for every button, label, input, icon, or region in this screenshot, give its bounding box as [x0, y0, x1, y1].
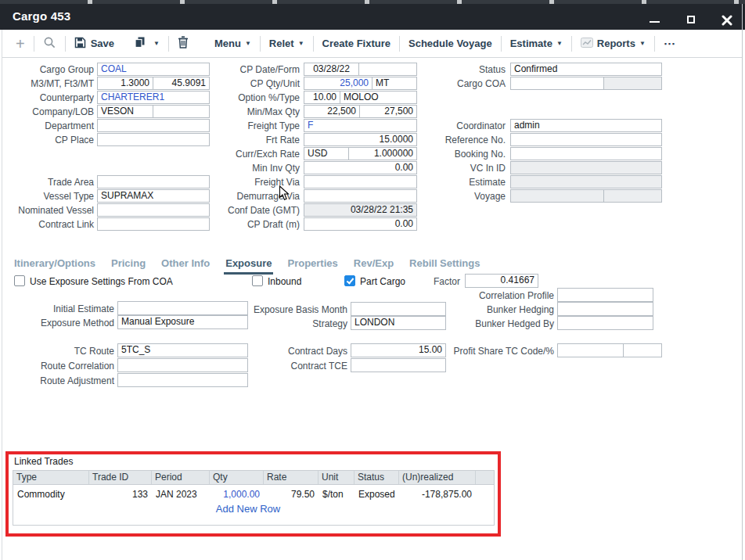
cp-place-field[interactable]	[97, 133, 210, 146]
inbound-checkbox[interactable]	[252, 275, 263, 286]
bunker-hedging-field[interactable]	[557, 302, 653, 316]
column-header-qty[interactable]: Qty	[210, 471, 264, 484]
department-field[interactable]	[97, 119, 210, 132]
column-header-period[interactable]: Period	[152, 471, 210, 484]
company-field[interactable]: VESON	[97, 105, 153, 118]
toolbar-separator	[168, 36, 169, 52]
cargo-coa-field-1[interactable]	[510, 77, 604, 90]
company-lob-label: Company/LOB	[8, 106, 94, 118]
demurrage-via-field[interactable]	[304, 189, 417, 203]
window-right-border	[742, 4, 743, 560]
exposure-basis-month-field[interactable]	[351, 302, 446, 316]
cell-qty-link[interactable]: 1,000.00	[210, 489, 264, 501]
vc-in-id-field	[510, 161, 662, 174]
exposure-method-field[interactable]: Manual Exposure	[117, 315, 248, 329]
minimize-icon[interactable]	[650, 21, 660, 23]
coordinator-field[interactable]: admin	[510, 119, 662, 132]
route-correlation-field[interactable]	[117, 358, 248, 372]
chevron-down-icon: ▼	[298, 40, 304, 47]
cell-type: Commodity	[13, 489, 89, 501]
strategy-field[interactable]: LONDON	[351, 316, 446, 330]
route-adjustment-field[interactable]	[117, 373, 248, 387]
create-fixture-button[interactable]: Create Fixture	[322, 38, 390, 49]
initial-estimate-field[interactable]	[117, 301, 248, 315]
reports-label: Reports	[597, 38, 635, 49]
cargo-group-field[interactable]: COAL	[97, 63, 210, 76]
cp-qty-field[interactable]: 25,000	[304, 77, 372, 90]
linked-trades-title: Linked Trades	[14, 456, 73, 467]
tc-route-label: TC Route	[16, 346, 114, 357]
counterparty-field[interactable]: CHARTERER1	[97, 91, 210, 104]
save-button[interactable]: Save	[74, 37, 114, 51]
column-header-unrealized[interactable]: (Un)realized	[399, 471, 476, 484]
add-button[interactable]: +	[16, 37, 25, 51]
cp-date-field[interactable]: 03/28/22	[304, 63, 359, 76]
freight-type-field[interactable]: F	[304, 119, 417, 132]
tab-other-info[interactable]: Other Info	[160, 257, 211, 275]
delete-button[interactable]	[178, 36, 189, 51]
tab-exposure[interactable]: Exposure	[224, 257, 273, 275]
contract-link-field[interactable]	[97, 217, 210, 231]
option-pct-field[interactable]: 10.00	[304, 91, 340, 104]
profit-share-pct-field[interactable]	[623, 343, 662, 357]
voyage-field-2	[603, 189, 662, 203]
contract-tce-field[interactable]	[351, 358, 446, 372]
profit-share-code-field[interactable]	[557, 343, 624, 357]
reference-no-field[interactable]	[510, 133, 662, 146]
correlation-profile-label: Correlation Profile	[438, 290, 554, 302]
column-header-trade-id[interactable]: Trade ID	[89, 471, 152, 484]
curr-exch-rate-label: Curr/Exch Rate	[200, 149, 300, 160]
nominated-vessel-field[interactable]	[97, 203, 210, 217]
part-cargo-checkbox[interactable]	[344, 275, 355, 286]
frt-rate-field[interactable]: 15.0000	[304, 133, 417, 146]
maximize-icon[interactable]	[687, 16, 695, 23]
estimate-button[interactable]: Estimate ▼	[510, 38, 563, 49]
column-header-status[interactable]: Status	[355, 471, 399, 484]
min-inv-qty-label: Min Inv Qty	[200, 163, 300, 174]
min-inv-qty-field[interactable]: 0.00	[304, 161, 417, 174]
status-field[interactable]: Confirmed	[510, 63, 662, 76]
column-header-rate[interactable]: Rate	[264, 471, 319, 484]
trade-area-field[interactable]	[97, 175, 210, 188]
search-button[interactable]	[43, 36, 56, 52]
use-coa-checkbox[interactable]	[14, 275, 25, 286]
close-icon[interactable]	[722, 15, 732, 26]
cp-qty-unit-label: CP Qty/Unit	[200, 78, 300, 90]
coordinator-label: Coordinator	[405, 120, 506, 132]
column-header-unit[interactable]: Unit	[319, 471, 355, 484]
correlation-profile-field[interactable]	[557, 288, 653, 302]
tc-route-field[interactable]: 5TC_S	[117, 343, 248, 357]
factor-field[interactable]: 0.41667	[465, 274, 538, 288]
option-pct-type-label: Option %/Type	[200, 92, 300, 104]
cargo-group-label: Cargo Group	[8, 64, 94, 76]
tab-rev-exp[interactable]: Rev/Exp	[352, 257, 395, 275]
cp-draft-field[interactable]: 0.00	[304, 217, 417, 231]
m3mt-field-1[interactable]: 1.3000	[97, 77, 153, 90]
chevron-down-icon: ▼	[245, 40, 251, 47]
tab-properties[interactable]: Properties	[286, 257, 339, 275]
tab-itinerary-options[interactable]: Itinerary/Options	[13, 257, 97, 275]
freight-via-field[interactable]	[304, 175, 417, 188]
more-button[interactable]: ⋯	[664, 37, 676, 51]
option-type-field[interactable]: MOLOO	[340, 91, 417, 104]
reports-button[interactable]: Reports ▼	[581, 38, 646, 50]
max-qty-field[interactable]: 27,500	[359, 105, 417, 118]
vessel-type-field[interactable]: SUPRAMAX	[97, 189, 210, 203]
bunker-hedged-by-field[interactable]	[557, 316, 653, 330]
tab-pricing[interactable]: Pricing	[110, 257, 147, 275]
voyage-label: Voyage	[405, 191, 506, 203]
menu-button[interactable]: Menu ▼	[214, 38, 251, 49]
copy-button[interactable]: ▼	[134, 36, 160, 51]
curr-field[interactable]: USD	[304, 147, 349, 160]
relet-label: Relet	[269, 38, 294, 49]
column-header-type[interactable]: Type	[13, 471, 89, 484]
toolbar-separator	[501, 36, 502, 52]
booking-no-field[interactable]	[510, 147, 662, 160]
add-new-row-link[interactable]: Add New Row	[162, 503, 334, 515]
relet-button[interactable]: Relet ▼	[269, 38, 304, 49]
cp-date-form-label: CP Date/Form	[200, 64, 300, 76]
min-qty-field[interactable]: 22,500	[304, 105, 360, 118]
tab-rebill-settings[interactable]: Rebill Settings	[408, 257, 481, 275]
schedule-voyage-button[interactable]: Schedule Voyage	[408, 38, 492, 49]
reference-no-label: Reference No.	[405, 135, 506, 146]
